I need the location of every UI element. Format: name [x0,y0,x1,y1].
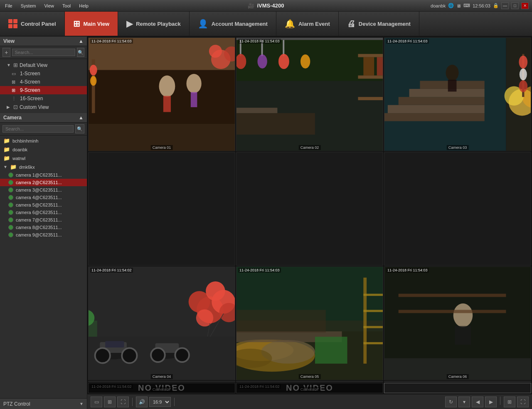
menu-system[interactable]: System [19,2,38,9]
nav-alarm-event[interactable]: 🔔 Alarm Event [276,12,339,36]
group-doanbk-label: doanbk [12,147,27,152]
camera-status-dot [8,180,13,185]
prev-button[interactable]: ◀ [472,397,483,407]
menu-view[interactable]: View [42,2,56,9]
view-search-button[interactable]: 🔍 [77,48,85,57]
navbar: Control Panel ⊞ Main View ▶ Remote Playb… [0,12,532,37]
video-cell-6[interactable] [384,152,531,266]
cell14-timestamp: 11-24-2018 Fri 11:54:02 [238,384,281,389]
camera-section-header[interactable]: Camera ▲ [0,113,87,123]
video-cell-8[interactable]: 11-24-2018 Fri 11:54:03 Camera 05 [236,266,383,380]
camera-item-6[interactable]: camera 6@C623511... [0,209,87,216]
svg-point-17 [209,45,222,58]
content-area: 11-24-2018 Fri 11:54:03 Camera 01 [87,37,532,409]
camera-group-watrwl[interactable]: 📁 watrwl [0,154,87,163]
video-cell-5[interactable] [236,152,383,266]
keyboard-icon: ⌨ [463,3,470,8]
username: doanbk [431,3,446,8]
video-cell-7[interactable]: 11-24-2018 Fri 11:54:02 Camera 04 [88,266,235,380]
nav-device-management[interactable]: 🖨 Device Management [339,12,419,36]
cell9-cam-label: Camera 06 [447,374,469,379]
camera-item-1[interactable]: camera 1@C623511... [0,171,87,179]
menu-tool[interactable]: Tool [61,2,72,9]
video-cell-15[interactable] [384,383,531,393]
single-screen-button[interactable]: ▭ [91,397,102,407]
svg-rect-14 [191,92,197,107]
aspect-ratio-select[interactable]: 16:9 4:3 1:1 [149,397,171,407]
camera-item-3[interactable]: camera 3@C623511... [0,186,87,194]
video-cell-14[interactable]: NO VIDEO 11-24-2018 Fri 11:54:02 Camera … [236,383,383,393]
audio-button[interactable]: 🔊 [136,397,148,407]
video-cell-12[interactable] [384,381,531,382]
svg-rect-81 [363,278,367,364]
nav-control-panel[interactable]: Control Panel [0,12,65,36]
tree-custom-view[interactable]: ▶ ⊡ Custom View [0,103,87,111]
cell7-timestamp: 11-24-2018 Fri 11:54:02 [90,268,133,273]
video-cell-13[interactable]: NO VIDEO 11-24-2018 Fri 11:54:02 Camera … [88,383,235,393]
svg-rect-48 [448,80,457,91]
4screen-icon: ⊠ [12,79,18,85]
view-section-header[interactable]: View ▲ [0,37,87,46]
nav-remote-playback[interactable]: ▶ Remote Playback [118,12,190,36]
close-button[interactable]: ✕ [521,2,529,9]
cell3-timestamp: 11-24-2018 Fri 11:54:03 [386,39,429,44]
maximize-button[interactable]: □ [511,2,519,9]
video-cell-1[interactable]: 11-24-2018 Fri 11:54:03 Camera 01 [88,37,235,151]
svg-point-67 [175,348,189,362]
expand-dmk6kx-icon: ▼ [3,165,7,169]
video-cell-10[interactable] [88,381,235,382]
lock-icon: 🔒 [493,3,499,8]
camera-section: Camera ▲ 🔍 📁 bchbinhminh 📁 doanbk 📁 wa [0,113,87,398]
menu-help[interactable]: Help [77,2,90,9]
cell3-cam-label: Camera 03 [447,145,469,150]
camera-item-2[interactable]: camera 2@C623511... [0,179,87,186]
minimize-button[interactable]: — [501,2,509,9]
camera-group-bchbinhminh[interactable]: 📁 bchbinhminh [0,136,87,145]
video-cell-9[interactable]: 11-24-2018 Fri 11:54:03 Camera 06 [384,266,531,380]
sidebar: View ▲ + 🔍 ▼ ⊞ Default View ▭ 1-Screen [0,37,87,409]
settings-button[interactable]: ▾ [458,397,470,407]
quad-screen-button[interactable]: ⊞ [104,397,116,407]
cell2-cam-label: Camera 02 [299,145,321,150]
layout-button[interactable]: ⊞ [504,397,515,407]
titlebar: File System View Tool Help 🎥 iVMS-4200 d… [0,0,532,12]
video-cell-11[interactable] [236,381,383,382]
video-cell-4[interactable] [88,152,235,266]
refresh-button[interactable]: ↻ [445,397,457,407]
add-view-button[interactable]: + [2,48,10,57]
cell13-timestamp: 11-24-2018 Fri 11:54:02 [90,384,133,389]
svg-rect-25 [283,40,284,56]
nav-account-management[interactable]: 👤 Account Management [190,12,276,36]
tree-4screen[interactable]: ⊠ 4-Screen [0,78,87,86]
svg-point-29 [300,54,310,69]
next-button[interactable]: ▶ [485,397,497,407]
tree-default-view[interactable]: ▼ ⊞ Default View [0,61,87,69]
full-screen-button[interactable]: ⛶ [117,397,129,407]
video-cell-3[interactable]: 11-24-2018 Fri 11:54:03 Camera 03 [384,37,531,151]
svg-rect-37 [236,113,315,135]
cell7-cam-label: Camera 04 [151,374,173,379]
fullscreen-button[interactable]: ⛶ [517,397,529,407]
camera-item-4[interactable]: camera 4@C623511... [0,194,87,201]
nav-main-view[interactable]: ⊞ Main View [65,12,118,36]
camera-search-input[interactable] [2,125,74,133]
default-view-icon: ⊞ [13,62,18,68]
camera-group-dmk6kx[interactable]: ▼ 📁 dmk6kx [0,163,87,171]
tree-1screen[interactable]: ▭ 1-Screen [0,69,87,78]
camera-item-8[interactable]: camera 8@C623511... [0,224,87,231]
camera-item-9[interactable]: camera 9@C623511... [0,231,87,239]
view-search-input[interactable] [12,49,75,56]
svg-rect-45 [409,89,485,97]
camera-search-button[interactable]: 🔍 [75,124,84,133]
account-icon: 👤 [198,19,208,29]
video-cell-2[interactable]: 11-24-2018 Fri 11:54:03 Camera 02 [236,37,383,151]
view-tree: ▼ ⊞ Default View ▭ 1-Screen ⊠ 4-Screen ⊞… [0,59,87,113]
camera-group-doanbk[interactable]: 📁 doanbk [0,145,87,154]
tree-16screen[interactable]: ⋮ 16-Screen [0,94,87,103]
camera-item-5[interactable]: camera 5@C623511... [0,201,87,209]
cam-feed-3: 11-24-2018 Fri 11:54:03 Camera 03 [384,38,531,151]
tree-9screen[interactable]: ⊞ 9-Screen [0,86,87,94]
camera-item-7[interactable]: camera 7@C623511... [0,216,87,224]
menu-file[interactable]: File [3,2,14,9]
ptz-control-bar[interactable]: PTZ Control ▼ [0,398,87,409]
